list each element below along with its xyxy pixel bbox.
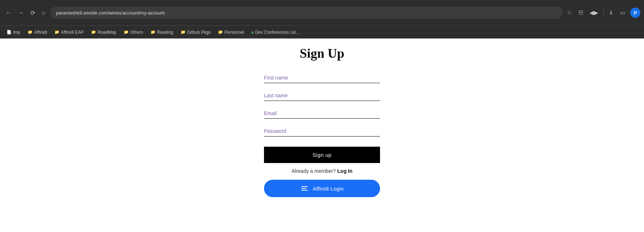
bookmark-affinidi-eap-label: Affinidi EAP	[61, 30, 84, 35]
bookmark-dev-conferences[interactable]: ■ Dev Conferences cal...	[248, 29, 302, 36]
toolbar-divider	[603, 9, 604, 16]
affinidi-line-2	[301, 188, 306, 189]
profile-avatar[interactable]: P	[630, 8, 640, 18]
bookmark-imp-label: Imp	[13, 30, 20, 35]
first-name-field	[264, 72, 380, 83]
reload-button[interactable]: ⟳	[28, 8, 37, 18]
bookmark-affinidi[interactable]: 📁 Affinidi	[25, 29, 50, 36]
email-input[interactable]	[264, 107, 380, 119]
bookmark-others[interactable]: 📁 Others	[121, 29, 146, 36]
bookmark-github-pkgs[interactable]: 📁 Github Pkgs	[178, 29, 214, 36]
affinidi-line-1	[301, 186, 308, 187]
address-bar[interactable]	[50, 7, 563, 19]
bookmark-reading-icon: 📁	[150, 30, 156, 34]
bookmark-dev-conferences-icon: ■	[251, 30, 254, 34]
reader-mode-icon[interactable]: ☷	[577, 8, 585, 17]
last-name-input[interactable]	[264, 90, 380, 101]
password-field	[264, 125, 380, 137]
affinidi-icon	[300, 184, 309, 193]
first-name-input[interactable]	[264, 72, 380, 83]
email-field	[264, 107, 380, 119]
bookmark-roadmap-icon: 📁	[91, 30, 96, 34]
bookmark-imp-icon: 📄	[7, 30, 12, 34]
bookmark-imp[interactable]: 📄 Imp	[4, 29, 23, 36]
bookmark-roadmap-label: RoadMap	[98, 30, 116, 35]
bookmarks-bar: 📄 Imp 📁 Affinidi 📁 Affinidi EAP 📁 RoadMa…	[0, 25, 644, 38]
download-icon[interactable]: ⇓	[607, 8, 615, 17]
affinidi-login-button[interactable]: Affinidi Login	[264, 180, 380, 197]
bookmark-personnel-label: Personnel	[224, 30, 244, 35]
bookmark-roadmap[interactable]: 📁 RoadMap	[88, 29, 119, 36]
bookmark-others-icon: 📁	[124, 30, 129, 34]
login-link[interactable]: Log In	[337, 168, 352, 174]
split-screen-icon[interactable]: ▭	[619, 8, 627, 17]
page-content: Sign Up Sign up Already a member? Log In	[0, 38, 644, 232]
already-member-label: Already a member?	[292, 168, 336, 174]
bookmark-affinidi-eap-icon: 📁	[54, 30, 59, 34]
nav-buttons: ← → ⟳ ⌂	[4, 8, 48, 18]
extensions-icon[interactable]: ◀▶	[588, 8, 600, 17]
bookmark-github-pkgs-label: Github Pkgs	[187, 30, 211, 35]
forward-button[interactable]: →	[16, 8, 26, 17]
password-input[interactable]	[264, 125, 380, 137]
bookmark-reading-label: Reading	[157, 30, 173, 35]
home-button[interactable]: ⌂	[40, 8, 48, 17]
bookmark-affinidi-icon: 📁	[28, 30, 33, 34]
bookmark-personnel[interactable]: 📁 Personnel	[215, 29, 247, 36]
bookmark-star-icon[interactable]: ☆	[566, 8, 573, 17]
bookmark-github-pkgs-icon: 📁	[181, 30, 186, 34]
affinidi-line-3	[301, 190, 308, 191]
bookmark-affinidi-eap[interactable]: 📁 Affinidi EAP	[51, 29, 87, 36]
back-button[interactable]: ←	[4, 8, 14, 17]
bookmark-affinidi-label: Affinidi	[34, 30, 47, 35]
bookmark-reading[interactable]: 📁 Reading	[148, 29, 176, 36]
affinidi-button-label: Affinidi Login	[313, 186, 344, 192]
browser-toolbar: ← → ⟳ ⌂ ☆ ☷ ◀▶ ⇓ ▭ P	[0, 0, 644, 25]
affinidi-lines-icon	[301, 186, 308, 191]
page-title: Sign Up	[300, 46, 344, 61]
last-name-field	[264, 90, 380, 101]
toolbar-right: ☆ ☷ ◀▶ ⇓ ▭ P	[566, 8, 640, 18]
already-member-text: Already a member? Log In	[264, 168, 380, 174]
signup-form: Sign up Already a member? Log In Affinid…	[264, 72, 380, 197]
bookmark-personnel-icon: 📁	[218, 30, 223, 34]
bookmark-others-label: Others	[130, 30, 143, 35]
bookmark-dev-conferences-label: Dev Conferences cal...	[255, 30, 299, 35]
signup-button[interactable]: Sign up	[264, 147, 380, 163]
